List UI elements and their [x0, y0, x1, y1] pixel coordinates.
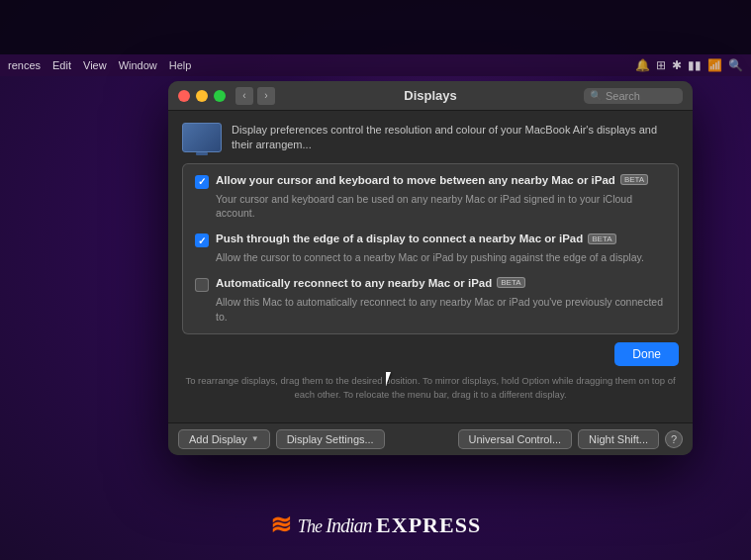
menu-help[interactable]: Help	[169, 59, 192, 71]
universal-control-button[interactable]: Universal Control...	[458, 429, 573, 449]
night-shift-button[interactable]: Night Shift...	[578, 429, 659, 449]
options-panel: ✓ Allow your cursor and keyboard to move…	[182, 163, 679, 334]
checkbox-auto-reconnect[interactable]	[195, 278, 209, 292]
window-title: Displays	[404, 88, 456, 103]
notification-icon[interactable]: 🔔	[635, 58, 650, 72]
display-settings-label: Display Settings...	[287, 433, 374, 445]
option-1-desc: Your cursor and keyboard can be used on …	[216, 192, 666, 221]
option-1-title: Allow your cursor and keyboard to move b…	[216, 174, 648, 186]
displays-window: ‹ › Displays 🔍 Display preferences contr…	[168, 81, 693, 455]
menu-app-name[interactable]: rences	[8, 59, 41, 71]
option-3-title: Automatically reconnect to any nearby Ma…	[216, 277, 525, 289]
forward-button[interactable]: ›	[257, 87, 275, 105]
watermark-indian: Indian	[326, 514, 371, 536]
option-auto-reconnect: Automatically reconnect to any nearby Ma…	[195, 277, 666, 324]
option-push-through: ✓ Push through the edge of a display to …	[195, 233, 666, 265]
help-button[interactable]: ?	[665, 430, 683, 448]
close-button[interactable]	[178, 90, 190, 102]
search-bar-icon: 🔍	[590, 90, 602, 101]
display-header: Display preferences control the resoluti…	[182, 123, 679, 153]
menu-window[interactable]: Window	[119, 59, 157, 71]
beta-badge-1: BETA	[620, 174, 648, 185]
footer-text: To rearrange displays, drag them to the …	[182, 374, 679, 403]
done-button[interactable]: Done	[614, 342, 679, 366]
add-display-label: Add Display	[189, 433, 247, 445]
bluetooth-icon[interactable]: ✱	[672, 58, 682, 72]
top-bar	[0, 0, 751, 54]
watermark-the: The	[298, 516, 322, 536]
watermark-logo: The Indian EXPRESS	[298, 513, 481, 538]
bottom-toolbar: Add Display ▼ Display Settings... Univer…	[168, 422, 693, 455]
search-bar[interactable]: 🔍	[584, 88, 683, 104]
display-icon	[182, 123, 222, 152]
search-input[interactable]	[606, 90, 675, 102]
wifi-icon[interactable]: 📶	[707, 58, 722, 72]
grid-icon[interactable]: ⊞	[656, 58, 666, 72]
done-row: Done	[182, 342, 679, 366]
option-3-header: Automatically reconnect to any nearby Ma…	[195, 277, 666, 292]
menu-view[interactable]: View	[83, 59, 107, 71]
option-2-header: ✓ Push through the edge of a display to …	[195, 233, 666, 247]
option-2-title: Push through the edge of a display to co…	[216, 233, 616, 244]
beta-badge-3: BETA	[497, 277, 524, 288]
watermark: ≋ The Indian EXPRESS	[270, 510, 481, 540]
night-shift-label: Night Shift...	[589, 433, 648, 445]
checkmark-1: ✓	[198, 176, 206, 187]
help-icon: ?	[671, 433, 677, 445]
search-icon[interactable]: 🔍	[728, 58, 743, 72]
checkbox-push-through[interactable]: ✓	[195, 233, 209, 247]
menu-edit[interactable]: Edit	[52, 59, 71, 71]
option-1-header: ✓ Allow your cursor and keyboard to move…	[195, 174, 666, 189]
beta-badge-2: BETA	[588, 233, 615, 244]
watermark-express: EXPRESS	[376, 513, 481, 537]
display-settings-button[interactable]: Display Settings...	[276, 429, 385, 449]
maximize-button[interactable]	[214, 90, 226, 102]
minimize-button[interactable]	[196, 90, 208, 102]
nav-buttons: ‹ ›	[235, 87, 275, 105]
checkmark-2: ✓	[198, 235, 206, 246]
title-bar: ‹ › Displays 🔍	[168, 81, 693, 111]
window-body: Display preferences control the resoluti…	[168, 111, 693, 422]
battery-icon[interactable]: ▮▮	[688, 58, 702, 72]
option-3-title-text: Automatically reconnect to any nearby Ma…	[216, 277, 492, 289]
option-cursor-keyboard: ✓ Allow your cursor and keyboard to move…	[195, 174, 666, 221]
back-button[interactable]: ‹	[235, 87, 253, 105]
add-display-arrow: ▼	[251, 434, 259, 443]
option-2-title-text: Push through the edge of a display to co…	[216, 233, 583, 244]
add-display-button[interactable]: Add Display ▼	[178, 429, 270, 449]
menu-bar: rences Edit View Window Help 🔔 ⊞ ✱ ▮▮ 📶 …	[0, 54, 751, 76]
traffic-lights	[178, 90, 226, 102]
option-2-desc: Allow the cursor to connect to a nearby …	[216, 250, 666, 265]
checkbox-cursor-keyboard[interactable]: ✓	[195, 175, 209, 189]
option-3-desc: Allow this Mac to automatically reconnec…	[216, 295, 666, 324]
display-description: Display preferences control the resoluti…	[232, 123, 679, 153]
watermark-icon: ≋	[270, 510, 292, 540]
universal-control-label: Universal Control...	[469, 433, 562, 445]
option-1-title-text: Allow your cursor and keyboard to move b…	[216, 174, 615, 186]
menu-bar-right: 🔔 ⊞ ✱ ▮▮ 📶 🔍	[635, 58, 743, 72]
menu-bar-left: rences Edit View Window Help	[8, 59, 191, 71]
